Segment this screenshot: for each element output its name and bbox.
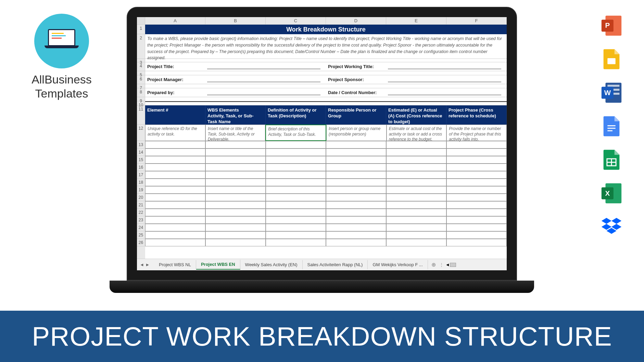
row-num[interactable]: 4 (137, 62, 145, 71)
table-row[interactable] (145, 156, 507, 164)
table-row[interactable] (145, 224, 507, 231)
table-row[interactable] (145, 231, 507, 239)
table-row[interactable] (145, 179, 507, 186)
col-header-b[interactable]: B (205, 17, 266, 24)
spreadsheet-screen: A B C D E F 1 2 3 4 5 6 7 8 9 10 (137, 17, 507, 270)
tab-gm-verkoop[interactable]: GM Wekijks Verkoop F ... (368, 260, 428, 269)
project-title-label: Project Title: (147, 64, 207, 69)
table-row[interactable] (145, 194, 507, 201)
col-header-d[interactable]: D (326, 17, 386, 24)
working-title-label: Project Working Title: (328, 64, 388, 69)
tab-wbs-en[interactable]: Project WBS EN (196, 260, 240, 270)
header-element: Element # (145, 105, 205, 125)
laptop-icon (45, 29, 79, 53)
add-sheet-button[interactable]: ⊕ (428, 261, 439, 268)
table-row[interactable] (145, 164, 507, 171)
svg-text:W: W (604, 89, 611, 96)
row-num[interactable]: 3 (137, 59, 145, 62)
row-num[interactable]: 11 (137, 105, 145, 125)
project-sponsor-label: Project Sponsor: (328, 77, 388, 82)
hint-wbs: Insert name or title of the Task, Sub-ta… (205, 125, 266, 141)
row-num[interactable]: 14 (137, 148, 145, 156)
row-num[interactable]: 9 (137, 97, 145, 101)
header-phase: Project Phase (Cross reference to schedu… (446, 105, 507, 125)
tab-nav-arrows[interactable]: ◄ ► (137, 262, 154, 267)
tab-wbs-nl[interactable]: Project WBS NL (154, 260, 196, 269)
row-num[interactable]: 21 (137, 201, 145, 209)
row-num[interactable]: 24 (137, 224, 145, 231)
header-wbs: WBS Elements Activity, Task, or Sub-Task… (205, 105, 266, 125)
info-row-2: Project Manager: Project Sponsor: (145, 75, 507, 84)
table-header-row: Element # WBS Elements Activity, Task, o… (145, 105, 507, 125)
word-icon: W (599, 81, 623, 105)
row-num[interactable]: 20 (137, 194, 145, 201)
google-sheets-icon (599, 148, 623, 172)
logo-circle (34, 14, 89, 68)
hint-definition-selected: Brief description of this Activity, Task… (265, 125, 326, 141)
row-num[interactable]: 13 (137, 141, 145, 148)
svg-rect-10 (607, 125, 615, 126)
row-num[interactable]: 6 (137, 75, 145, 84)
grid-area[interactable]: Work Breakdown Structure To make a WBS, … (145, 25, 507, 259)
sheet-title: Work Breakdown Structure (145, 25, 507, 34)
laptop-base (110, 281, 534, 293)
row-num[interactable]: 7 (137, 84, 145, 88)
row-num[interactable]: 22 (137, 209, 145, 216)
table-row[interactable] (145, 171, 507, 179)
logo-text: AllBusinessTemplates (21, 73, 103, 101)
svg-rect-11 (607, 128, 615, 129)
date-control-label: Date / Control Number: (328, 90, 388, 95)
svg-rect-3 (607, 58, 615, 64)
table-row[interactable] (145, 216, 507, 224)
info-row-1: Project Title: Project Working Title: (145, 62, 507, 71)
row-num[interactable]: 8 (137, 88, 145, 97)
info-row-3: Prepared by: Date / Control Number: (145, 88, 507, 97)
google-docs-icon (599, 114, 623, 138)
col-header-c[interactable]: C (266, 17, 326, 24)
hint-responsible: Insert person or group name (responsible… (326, 125, 387, 141)
excel-icon: X (599, 181, 623, 205)
hint-cost: Estimate or actual cost of the activity … (387, 125, 447, 141)
hint-phase: Provide the name or number of the Projec… (446, 125, 507, 141)
project-manager-label: Project Manager: (147, 77, 207, 82)
tab-weekly-sales-en[interactable]: Weekly Sales Activity (EN) (240, 260, 303, 269)
svg-rect-5 (607, 85, 619, 87)
prepared-by-label: Prepared by: (147, 90, 207, 95)
table-row[interactable] (145, 148, 507, 156)
col-header-e[interactable]: E (386, 17, 446, 24)
row-num[interactable]: 19 (137, 186, 145, 194)
table-row[interactable] (145, 239, 507, 246)
row-num[interactable]: 17 (137, 171, 145, 179)
laptop-mockup: A B C D E F 1 2 3 4 5 6 7 8 9 10 (127, 7, 517, 294)
row-num[interactable]: 15 (137, 156, 145, 164)
powerpoint-icon: P (599, 14, 623, 38)
horizontal-scrollbar[interactable]: ◄ (445, 262, 487, 267)
row-num[interactable]: 26 (137, 239, 145, 246)
row-num[interactable]: 16 (137, 164, 145, 171)
row-num[interactable]: 18 (137, 179, 145, 186)
row-num[interactable]: 23 (137, 216, 145, 224)
row-num[interactable]: 1 (137, 25, 145, 34)
col-header-a[interactable]: A (145, 17, 205, 24)
svg-text:X: X (605, 190, 610, 197)
table-row[interactable] (145, 141, 507, 148)
row-num[interactable]: 12 (137, 125, 145, 141)
dropbox-icon (599, 215, 623, 239)
tab-sales-nl[interactable]: Sales Activiteiten Rapp (NL) (303, 260, 368, 269)
table-row[interactable] (145, 186, 507, 194)
page-banner: PROJECT WORK BREAKDOWN STRUCTURE (0, 311, 644, 362)
select-all-corner[interactable] (137, 17, 145, 24)
header-responsible: Responsible Person or Group (326, 105, 386, 125)
row-num[interactable]: 5 (137, 71, 145, 75)
hint-element: Unique reference ID for the activity or … (145, 125, 205, 141)
table-row[interactable] (145, 209, 507, 216)
row-numbers: 1 2 3 4 5 6 7 8 9 10 11 12 13 14 15 16 1 (137, 25, 145, 259)
file-type-icons: P W X (599, 14, 623, 239)
row-num[interactable]: 10 (137, 101, 145, 105)
table-row[interactable] (145, 201, 507, 209)
brand-logo: AllBusinessTemplates (21, 14, 103, 101)
svg-rect-12 (607, 130, 613, 131)
row-num[interactable]: 2 (137, 34, 145, 59)
row-num[interactable]: 25 (137, 231, 145, 239)
col-header-f[interactable]: F (446, 17, 507, 24)
